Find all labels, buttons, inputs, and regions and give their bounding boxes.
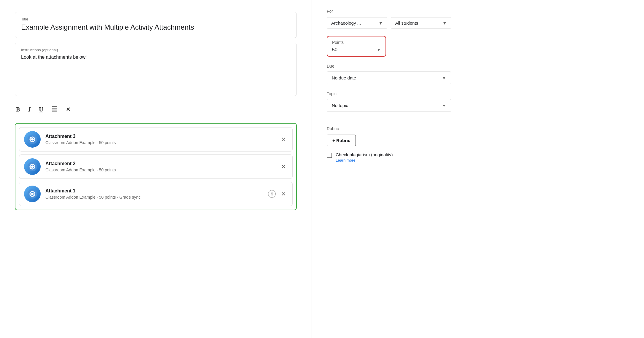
due-dropdown-chevron: ▼ xyxy=(442,76,446,80)
attachment-info: Attachment 1 Classroom Addon Example · 5… xyxy=(45,188,268,200)
instructions-input[interactable]: Look at the attachments below! xyxy=(21,55,291,60)
divider xyxy=(327,119,451,119)
attachments-container: Attachment 3 Classroom Addon Example · 5… xyxy=(15,123,297,210)
instructions-label: Instructions (optional) xyxy=(21,48,291,52)
topic-label: Topic xyxy=(327,91,451,96)
for-row: Archaeology ... ▼ All students ▼ xyxy=(327,17,451,29)
title-input[interactable]: Example Assignment with Multiple Activit… xyxy=(21,23,291,31)
attachment-name: Attachment 2 xyxy=(45,161,279,166)
rubric-label: Rubric xyxy=(327,126,451,131)
info-button[interactable]: ℹ xyxy=(268,190,276,198)
for-label: For xyxy=(327,9,451,14)
due-dropdown[interactable]: No due date ▼ xyxy=(327,71,451,84)
points-value-row: 50 ▼ xyxy=(332,47,381,52)
text-formatting-toolbar: B I U ☰ ✕ xyxy=(15,102,297,118)
topic-dropdown[interactable]: No topic ▼ xyxy=(327,99,451,112)
instructions-section: Instructions (optional) Look at the atta… xyxy=(15,43,297,96)
topic-dropdown-value: No topic xyxy=(332,103,348,108)
topic-dropdown-chevron: ▼ xyxy=(442,103,446,108)
clear-format-button[interactable]: ✕ xyxy=(65,105,72,114)
title-underline xyxy=(21,34,291,34)
attachment-item: Attachment 3 Classroom Addon Example · 5… xyxy=(19,127,293,152)
attachment-meta: Classroom Addon Example · 50 points xyxy=(45,168,279,172)
rubric-btn-label: + Rubric xyxy=(332,138,350,143)
underline-button[interactable]: U xyxy=(38,105,44,114)
plagiarism-label: Check plagiarism (originality) xyxy=(336,152,393,157)
list-button[interactable]: ☰ xyxy=(50,104,59,114)
students-dropdown[interactable]: All students ▼ xyxy=(391,17,451,29)
attachment-meta: Classroom Addon Example · 50 points xyxy=(45,140,279,145)
attachment-item: Attachment 2 Classroom Addon Example · 5… xyxy=(19,154,293,179)
points-section: Points 50 ▼ xyxy=(327,36,451,57)
attachment-info: Attachment 3 Classroom Addon Example · 5… xyxy=(45,134,279,145)
attachment-name: Attachment 3 xyxy=(45,134,279,139)
class-dropdown-chevron: ▼ xyxy=(379,21,383,25)
main-panel: Title Example Assignment with Multiple A… xyxy=(0,0,312,338)
attachment-icon xyxy=(24,158,41,175)
learn-more-link[interactable]: Learn more xyxy=(336,158,393,162)
class-dropdown-value: Archaeology ... xyxy=(331,20,361,25)
attachment-icon xyxy=(24,131,41,148)
class-dropdown[interactable]: Archaeology ... ▼ xyxy=(327,17,387,29)
title-section: Title Example Assignment with Multiple A… xyxy=(15,12,297,38)
right-panel: For Archaeology ... ▼ All students ▼ Poi… xyxy=(312,0,466,338)
students-dropdown-chevron: ▼ xyxy=(442,21,447,25)
plagiarism-row: Check plagiarism (originality) Learn mor… xyxy=(327,152,451,162)
points-label: Points xyxy=(332,40,381,45)
remove-attachment-button[interactable]: ✕ xyxy=(279,190,288,198)
attachment-item: Attachment 1 Classroom Addon Example · 5… xyxy=(19,182,293,206)
attachment-info: Attachment 2 Classroom Addon Example · 5… xyxy=(45,161,279,172)
plagiarism-checkbox[interactable] xyxy=(327,153,332,158)
due-label: Due xyxy=(327,64,451,68)
students-dropdown-value: All students xyxy=(395,20,418,25)
plagiarism-text-wrap: Check plagiarism (originality) Learn mor… xyxy=(336,152,393,162)
attachment-actions: ✕ xyxy=(279,162,288,171)
attachment-actions: ✕ xyxy=(279,135,288,144)
attachment-meta: Classroom Addon Example · 50 points · Gr… xyxy=(45,195,268,200)
attachment-actions: ℹ ✕ xyxy=(268,190,288,198)
add-rubric-button[interactable]: + Rubric xyxy=(327,135,356,146)
bold-button[interactable]: B xyxy=(15,105,21,114)
points-chevron: ▼ xyxy=(377,47,381,52)
attachment-name: Attachment 1 xyxy=(45,188,268,194)
remove-attachment-button[interactable]: ✕ xyxy=(279,135,288,144)
attachment-icon xyxy=(24,186,41,202)
points-box: Points 50 ▼ xyxy=(327,36,386,57)
due-dropdown-value: No due date xyxy=(332,75,356,80)
remove-attachment-button[interactable]: ✕ xyxy=(279,162,288,171)
italic-button[interactable]: I xyxy=(27,105,32,114)
points-value[interactable]: 50 xyxy=(332,47,337,52)
title-label: Title xyxy=(21,17,291,21)
